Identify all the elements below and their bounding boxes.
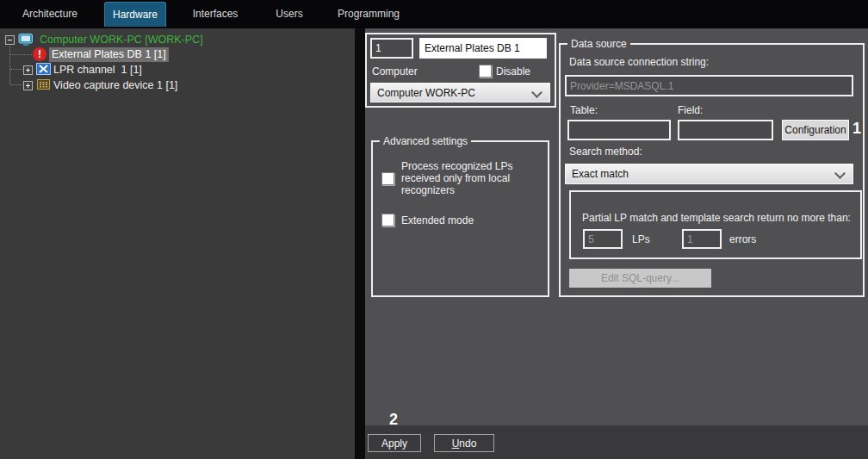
tree-connector bbox=[10, 84, 22, 85]
table-input[interactable] bbox=[567, 120, 671, 140]
errors-input[interactable] bbox=[682, 229, 722, 249]
field-input[interactable] bbox=[678, 120, 773, 140]
tab-bar: Architecture Hardware Interfaces Users P… bbox=[0, 0, 868, 28]
extended-mode-label: Extended mode bbox=[401, 215, 474, 226]
undo-accelerator: U bbox=[452, 437, 460, 450]
expand-icon[interactable] bbox=[23, 65, 33, 75]
computer-select-value: Computer WORK-PC bbox=[377, 87, 475, 99]
panel-divider bbox=[355, 28, 365, 459]
table-label: Table: bbox=[570, 105, 598, 116]
tree-connector bbox=[10, 69, 22, 70]
data-source-title: Data source bbox=[567, 38, 630, 50]
tab-programming[interactable]: Programming bbox=[326, 3, 412, 26]
connection-string-input[interactable] bbox=[565, 75, 853, 96]
chevron-down-icon bbox=[834, 168, 846, 179]
configuration-button[interactable]: Configuration bbox=[782, 120, 849, 140]
search-method-select[interactable]: Exact match bbox=[565, 164, 853, 184]
video-capture-icon bbox=[36, 78, 51, 91]
edit-sql-query-button[interactable]: Edit SQL-query... bbox=[569, 269, 711, 288]
search-method-label: Search method: bbox=[569, 146, 642, 158]
field-label: Field: bbox=[678, 105, 703, 116]
alert-icon: ! bbox=[33, 47, 46, 61]
computer-label: Computer bbox=[372, 66, 418, 78]
computer-select[interactable]: Computer WORK-PC bbox=[370, 83, 550, 102]
process-recognized-label: Process recognized LPs received only fro… bbox=[401, 160, 539, 196]
tab-users[interactable]: Users bbox=[258, 3, 320, 26]
object-name-field[interactable] bbox=[419, 38, 547, 59]
tree-connector bbox=[10, 54, 32, 55]
tree-item-lpr-channel[interactable]: LPR channel 1 [1] bbox=[53, 64, 142, 77]
computer-icon bbox=[18, 34, 34, 47]
step-marker-1: 1 bbox=[852, 120, 861, 137]
lps-label: LPs bbox=[632, 234, 650, 245]
step-marker-2: 2 bbox=[389, 411, 398, 428]
disable-checkbox[interactable] bbox=[479, 65, 492, 78]
tab-interfaces[interactable]: Interfaces bbox=[177, 3, 254, 26]
device-tree-panel bbox=[0, 28, 355, 459]
errors-label: errors bbox=[729, 234, 756, 245]
search-method-value: Exact match bbox=[572, 168, 629, 180]
partial-match-label: Partial LP match and template search ret… bbox=[582, 213, 851, 224]
tab-hardware[interactable]: Hardware bbox=[104, 2, 166, 27]
chevron-down-icon bbox=[531, 87, 542, 98]
lps-input[interactable] bbox=[583, 229, 623, 249]
extended-mode-checkbox[interactable] bbox=[381, 214, 394, 226]
disable-label: Disable bbox=[496, 66, 530, 78]
advanced-settings-title: Advanced settings bbox=[380, 135, 471, 147]
tree-item-computer[interactable]: Computer WORK-PC [WORK-PC] bbox=[40, 34, 203, 47]
partial-match-group bbox=[569, 190, 862, 259]
lpr-channel-icon bbox=[36, 62, 51, 76]
tree-item-video-capture[interactable]: Video capture device 1 [1] bbox=[53, 79, 177, 92]
apply-button[interactable]: Apply bbox=[368, 434, 421, 452]
expand-icon[interactable] bbox=[23, 81, 33, 90]
object-id-field[interactable] bbox=[370, 38, 413, 59]
tree-connector bbox=[9, 44, 10, 84]
connection-string-label: Data source connection string: bbox=[569, 57, 709, 68]
process-recognized-checkbox[interactable] bbox=[381, 172, 394, 185]
tab-architecture[interactable]: Architecture bbox=[9, 3, 91, 26]
collapse-icon[interactable] bbox=[5, 35, 15, 45]
undo-rest: ndo bbox=[459, 437, 476, 450]
tree-item-external-plates-db[interactable]: External Plates DB 1 [1] bbox=[49, 47, 169, 62]
undo-button[interactable]: Undo bbox=[434, 434, 494, 452]
